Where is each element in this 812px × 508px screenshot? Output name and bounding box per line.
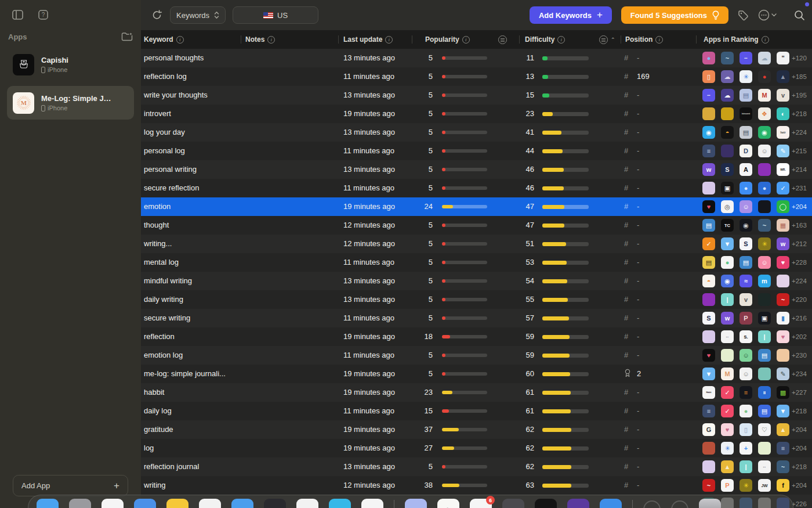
ranking-app-icon[interactable]: JW bbox=[758, 479, 771, 492]
table-row[interactable]: log19 minutes ago2762#-✳+≡+204 bbox=[141, 439, 812, 457]
ranking-app-icon[interactable]: ▤ bbox=[702, 256, 715, 269]
ranking-app-icon[interactable]: ☁ bbox=[721, 89, 734, 102]
ranking-app-icon[interactable] bbox=[758, 442, 771, 455]
ranking-app-icon[interactable]: ▲ bbox=[777, 70, 789, 83]
ranking-app-icon[interactable]: S bbox=[740, 237, 752, 250]
popularity-filter-icon[interactable] bbox=[498, 30, 507, 49]
ranking-app-icon[interactable] bbox=[758, 163, 771, 176]
ranking-app-icon[interactable]: S bbox=[721, 163, 734, 176]
ranking-app-icon[interactable]: ♥ bbox=[777, 256, 789, 269]
ranking-app-icon[interactable]: ▯ bbox=[740, 423, 752, 436]
ranking-app-icon[interactable] bbox=[758, 293, 771, 306]
ranking-app-icon[interactable]: ♥ bbox=[777, 330, 789, 343]
ranking-app-icon[interactable]: v bbox=[740, 293, 752, 306]
ranking-app-icon[interactable]: | bbox=[721, 293, 734, 306]
ranking-app-icon[interactable] bbox=[721, 107, 734, 120]
table-row[interactable]: writing...12 minutes ago551#-✓▼S✳w+212 bbox=[141, 235, 812, 253]
ranking-app-icon[interactable]: ▤ bbox=[758, 405, 771, 417]
dock-app-icon[interactable]: ✎ bbox=[437, 499, 459, 508]
ranking-app-icon[interactable]: ≡ bbox=[777, 442, 789, 455]
ranking-app-icon[interactable] bbox=[777, 275, 789, 287]
dock-app-icon[interactable]: ◉ bbox=[296, 499, 318, 508]
sidebar-toggle-icon[interactable] bbox=[12, 9, 23, 20]
ranking-app-icon[interactable]: introvert bbox=[740, 107, 752, 120]
ranking-app-icon[interactable]: ◎ bbox=[721, 200, 734, 213]
ranking-app-icon[interactable]: ••• bbox=[702, 89, 715, 102]
ranking-app-icon[interactable]: ▼ bbox=[721, 237, 734, 250]
dock-app-icon[interactable]: ▲ bbox=[502, 499, 524, 508]
ranking-app-icon[interactable]: ▲ bbox=[721, 460, 734, 473]
dock-ring-icon[interactable] bbox=[671, 500, 688, 508]
ranking-app-icon[interactable] bbox=[758, 368, 771, 380]
dock-app-icon[interactable] bbox=[166, 499, 188, 508]
ranking-app-icon[interactable]: ~ bbox=[777, 460, 789, 473]
ranking-app-icon[interactable]: ▤ bbox=[702, 219, 715, 232]
ranking-app-icon[interactable]: ▤ bbox=[758, 349, 771, 362]
ranking-app-icon[interactable]: ● bbox=[758, 70, 771, 83]
new-folder-icon[interactable] bbox=[121, 32, 133, 41]
ranking-app-icon[interactable]: f bbox=[777, 479, 789, 492]
ranking-app-icon[interactable]: w bbox=[777, 237, 789, 250]
dock-app-icon[interactable]: JAN bbox=[102, 499, 124, 508]
table-row[interactable]: personal thoughts13 minutes ago511#-●~••… bbox=[141, 49, 812, 67]
refresh-icon[interactable] bbox=[150, 6, 163, 24]
ranking-app-icon[interactable]: ◉ bbox=[740, 219, 752, 232]
difficulty-filter-icon[interactable]: ⌃ bbox=[599, 30, 615, 49]
dock-app-icon[interactable] bbox=[329, 499, 351, 508]
ranking-app-icon[interactable]: ·· bbox=[758, 460, 771, 473]
ranking-app-icon[interactable]: ◉ bbox=[721, 275, 734, 287]
ranking-app-icon[interactable]: ✳ bbox=[758, 237, 771, 250]
ranking-app-icon[interactable] bbox=[702, 182, 715, 194]
dock-app-icon[interactable] bbox=[567, 499, 589, 508]
table-row[interactable]: thought12 minutes ago547#-▤TC◉~▦+163 bbox=[141, 216, 812, 235]
ranking-app-icon[interactable]: v bbox=[777, 89, 789, 102]
ranking-app-icon[interactable]: ● bbox=[740, 405, 752, 417]
ranking-app-icon[interactable] bbox=[721, 349, 734, 362]
ranking-app-icon[interactable]: M bbox=[758, 89, 771, 102]
column-keyword[interactable]: Keywordi bbox=[144, 30, 184, 49]
ranking-app-icon[interactable]: ● bbox=[758, 182, 771, 194]
table-row[interactable]: emotion19 minutes ago2447#-♥◎☺◯+204 bbox=[141, 197, 812, 216]
ranking-app-icon[interactable]: ~ bbox=[758, 219, 771, 232]
ranking-app-icon[interactable]: S. bbox=[740, 330, 752, 343]
ranking-app-icon[interactable]: ▮ bbox=[777, 312, 789, 325]
ranking-app-icon[interactable]: D bbox=[740, 145, 752, 157]
ranking-app-icon[interactable]: ▤ bbox=[740, 89, 752, 102]
table-row[interactable]: log your day13 minutes ago541#-◉◓▤◉heir+… bbox=[141, 123, 812, 142]
ranking-app-icon[interactable]: ◉ bbox=[758, 126, 771, 139]
ranking-app-icon[interactable]: ≡ bbox=[702, 405, 715, 417]
ranking-app-icon[interactable]: ✓ bbox=[777, 182, 789, 194]
ranking-app-icon[interactable]: ▤ bbox=[740, 256, 752, 269]
ranking-app-icon[interactable]: ≡ bbox=[740, 386, 752, 399]
ranking-app-icon[interactable]: TC bbox=[721, 219, 734, 232]
add-app-button[interactable]: Add App + bbox=[13, 475, 128, 496]
ranking-app-icon[interactable]: ✓ bbox=[721, 386, 734, 399]
dock-app-icon[interactable]: ◉ bbox=[199, 499, 221, 508]
ranking-app-icon[interactable]: ✎ bbox=[777, 368, 789, 380]
ranking-app-icon[interactable]: ● bbox=[740, 182, 752, 194]
ranking-app-icon[interactable]: ✓ bbox=[702, 237, 715, 250]
tag-icon[interactable] bbox=[738, 10, 749, 21]
ranking-app-icon[interactable]: ▩ bbox=[777, 386, 789, 399]
ranking-app-icon[interactable]: WR. bbox=[777, 163, 789, 176]
ranking-app-icon[interactable]: M bbox=[721, 368, 734, 380]
ranking-app-icon[interactable]: ✳ bbox=[740, 70, 752, 83]
table-row[interactable]: secure writing11 minutes ago557#-SwP▣▮+2… bbox=[141, 309, 812, 327]
table-row[interactable]: emotion log11 minutes ago559#-♥☺▤+230 bbox=[141, 346, 812, 365]
dock-app-icon[interactable] bbox=[600, 499, 622, 508]
ranking-app-icon[interactable]: ◐ bbox=[777, 107, 789, 120]
table-row[interactable]: secure reflection11 minutes ago546#-▣●●✓… bbox=[141, 179, 812, 197]
ranking-app-icon[interactable]: ♥ bbox=[721, 423, 734, 436]
ranking-app-icon[interactable]: ◯ bbox=[777, 200, 789, 213]
table-row[interactable]: personal writing13 minutes ago546#-wSAWR… bbox=[141, 160, 812, 179]
table-row[interactable]: daily writing13 minutes ago555#-|v~+220 bbox=[141, 290, 812, 309]
ranking-app-icon[interactable]: G bbox=[702, 423, 715, 436]
table-row[interactable]: reflection19 minutes ago1859#-··S.|♥+202 bbox=[141, 327, 812, 346]
table-row[interactable]: reflection journal13 minutes ago562#-▲|·… bbox=[141, 457, 812, 476]
ranking-app-icon[interactable] bbox=[721, 145, 734, 157]
ranking-app-icon[interactable]: ▦ bbox=[777, 219, 789, 232]
ranking-app-icon[interactable]: ☺ bbox=[758, 145, 771, 157]
table-row[interactable]: introvert19 minutes ago523#-introvert❖◐+… bbox=[141, 105, 812, 123]
ranking-app-icon[interactable] bbox=[702, 330, 715, 343]
table-row[interactable]: write your thoughts13 minutes ago515#-••… bbox=[141, 86, 812, 105]
